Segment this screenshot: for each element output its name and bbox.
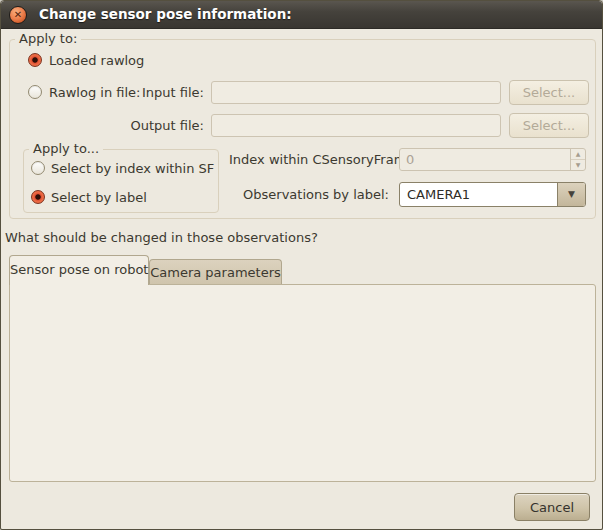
index-within-csensoryframe-label: Index within CSensoryFrame — [229, 148, 389, 171]
select-by-label-radio[interactable] — [31, 190, 45, 204]
rawlog-in-file-radio[interactable] — [28, 85, 42, 99]
observations-by-label-label: Observations by label: — [229, 182, 389, 207]
select-by-index-radio[interactable] — [31, 161, 45, 175]
select-by-index-label[interactable]: Select by index within SF — [51, 161, 214, 176]
select-by-label-label[interactable]: Select by label — [51, 190, 147, 205]
apply-to-group-title: Apply to: — [15, 31, 81, 46]
output-file-field[interactable] — [211, 114, 501, 137]
index-spinner-value: 0 — [406, 149, 414, 170]
close-button[interactable]: ✕ — [9, 6, 27, 24]
titlebar[interactable]: ✕ Change sensor pose information: — [1, 1, 602, 29]
window-title: Change sensor pose information: — [39, 1, 292, 28]
output-file-select-button[interactable]: Select... — [509, 113, 589, 138]
dropdown-arrow-icon: ▼ — [568, 189, 575, 199]
output-file-label: Output file: — [121, 114, 204, 137]
input-file-select-button[interactable]: Select... — [509, 80, 589, 105]
spin-down-icon[interactable]: ▼ — [571, 160, 585, 171]
index-spinner[interactable]: 0 ▲ ▼ — [399, 148, 586, 171]
loaded-rawlog-radio[interactable] — [28, 53, 42, 67]
sensor-pose-panel — [9, 284, 596, 482]
observations-combobox-value: CAMERA1 — [407, 183, 470, 206]
cancel-button[interactable]: Cancel — [514, 493, 590, 521]
question-label: What should be changed in those observat… — [5, 230, 318, 245]
apply-to-subgroup-title: Apply to... — [29, 141, 103, 156]
tab-sensor-pose-on-robot[interactable]: Sensor pose on robot — [9, 255, 149, 285]
tab-camera-parameters[interactable]: Camera parameters — [149, 259, 282, 285]
input-file-label: Input file: — [121, 81, 204, 104]
loaded-rawlog-label[interactable]: Loaded rawlog — [49, 53, 144, 68]
index-spinner-arrows[interactable]: ▲ ▼ — [570, 149, 585, 170]
dialog-window: ✕ Change sensor pose information: Apply … — [0, 0, 603, 530]
observations-combobox-button[interactable]: ▼ — [557, 183, 585, 206]
spin-up-icon[interactable]: ▲ — [571, 149, 585, 160]
close-icon: ✕ — [14, 9, 22, 20]
observations-combobox[interactable]: CAMERA1 ▼ — [399, 182, 586, 207]
input-file-field[interactable] — [211, 81, 501, 104]
